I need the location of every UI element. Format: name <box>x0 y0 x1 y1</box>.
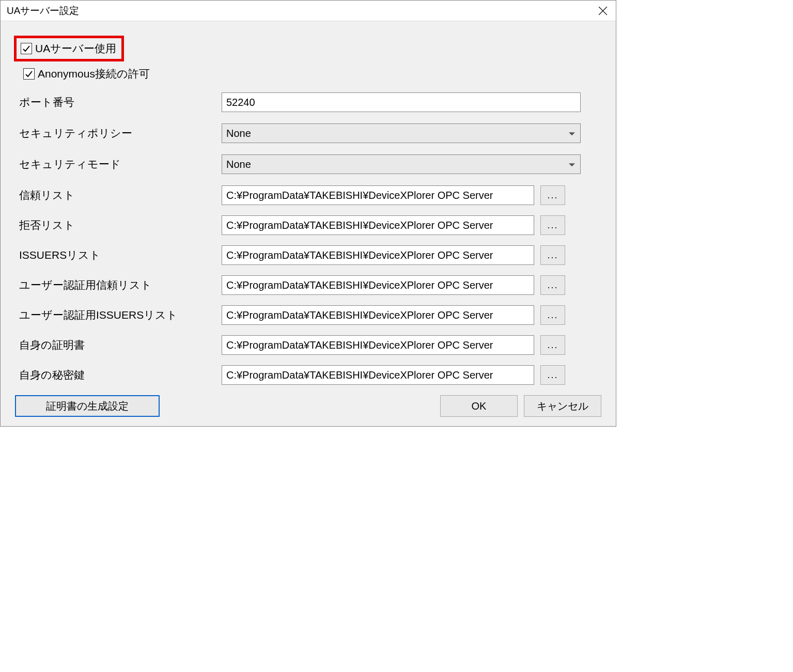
trust-list-input[interactable] <box>222 185 534 205</box>
port-label: ポート番号 <box>15 95 222 110</box>
user-trust-list-browse-button[interactable]: ... <box>540 275 565 295</box>
window-title: UAサーバー設定 <box>7 4 79 18</box>
trust-list-browse-button[interactable]: ... <box>540 185 565 205</box>
issuers-list-label: ISSUERSリスト <box>15 248 222 262</box>
reject-list-row: 拒否リスト ... <box>15 215 601 235</box>
own-cert-browse-button[interactable]: ... <box>540 335 565 355</box>
allow-anonymous-checkbox[interactable] <box>23 68 35 80</box>
user-issuers-list-input[interactable] <box>222 305 534 325</box>
titlebar: UAサーバー設定 <box>1 1 616 21</box>
cert-gen-settings-button[interactable]: 証明書の生成設定 <box>15 395 160 417</box>
use-ua-server-row: UAサーバー使用 <box>14 36 124 61</box>
dialog-content: UAサーバー使用 Anonymous接続の許可 ポート番号 セキュリティポリシー… <box>1 21 616 426</box>
allow-anonymous-row: Anonymous接続の許可 <box>15 67 601 81</box>
trust-list-row: 信頼リスト ... <box>15 185 601 205</box>
checkmark-icon <box>22 44 30 53</box>
trust-list-label: 信頼リスト <box>15 188 222 202</box>
security-policy-value: None <box>226 128 251 139</box>
issuers-list-row: ISSUERSリスト ... <box>15 245 601 265</box>
use-ua-server-checkbox[interactable] <box>21 43 32 54</box>
user-issuers-list-browse-button[interactable]: ... <box>540 305 565 325</box>
user-issuers-list-row: ユーザー認証用ISSUERSリスト ... <box>15 305 601 325</box>
user-trust-list-row: ユーザー認証用信頼リスト ... <box>15 275 601 295</box>
issuers-list-browse-button[interactable]: ... <box>540 245 565 265</box>
user-issuers-list-label: ユーザー認証用ISSUERSリスト <box>15 308 222 322</box>
checkmark-icon <box>25 70 33 78</box>
user-trust-list-label: ユーザー認証用信頼リスト <box>15 278 222 292</box>
security-mode-value: None <box>226 159 251 170</box>
issuers-list-input[interactable] <box>222 245 534 265</box>
security-mode-label: セキュリティモード <box>15 157 222 171</box>
security-mode-select[interactable]: None <box>222 154 581 174</box>
own-private-key-browse-button[interactable]: ... <box>540 365 565 385</box>
security-policy-select[interactable]: None <box>222 123 581 143</box>
reject-list-browse-button[interactable]: ... <box>540 215 565 235</box>
own-private-key-input[interactable] <box>222 365 534 385</box>
user-trust-list-input[interactable] <box>222 275 534 295</box>
use-ua-server-label[interactable]: UAサーバー使用 <box>35 41 116 56</box>
cancel-button[interactable]: キャンセル <box>524 395 601 417</box>
dialog-window: UAサーバー設定 UAサーバー使用 Anonymous接続の許可 ポート番号 <box>0 0 616 427</box>
footer: 証明書の生成設定 OK キャンセル <box>15 395 601 417</box>
allow-anonymous-label[interactable]: Anonymous接続の許可 <box>38 67 150 81</box>
close-button[interactable] <box>590 1 616 21</box>
own-cert-row: 自身の証明書 ... <box>15 335 601 355</box>
form-rows: ポート番号 セキュリティポリシー None セキュリティモード None <box>15 92 601 385</box>
own-private-key-row: 自身の秘密鍵 ... <box>15 365 601 385</box>
security-mode-row: セキュリティモード None <box>15 154 601 174</box>
own-private-key-label: 自身の秘密鍵 <box>15 368 222 382</box>
security-policy-label: セキュリティポリシー <box>15 126 222 140</box>
ok-button[interactable]: OK <box>440 395 518 417</box>
port-row: ポート番号 <box>15 92 601 112</box>
close-icon <box>598 6 608 15</box>
own-cert-label: 自身の証明書 <box>15 338 222 352</box>
reject-list-input[interactable] <box>222 215 534 235</box>
security-policy-row: セキュリティポリシー None <box>15 123 601 143</box>
own-cert-input[interactable] <box>222 335 534 355</box>
reject-list-label: 拒否リスト <box>15 218 222 232</box>
port-input[interactable] <box>222 92 581 112</box>
